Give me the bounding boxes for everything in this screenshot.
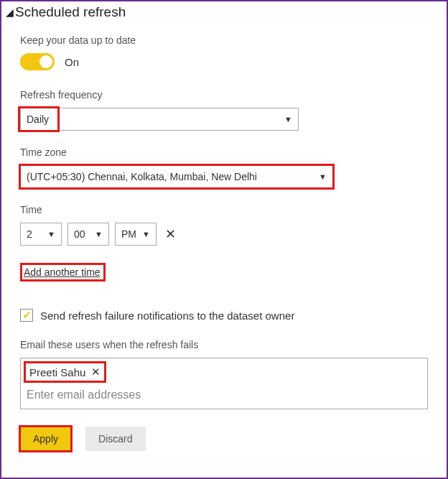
refresh-frequency-label: Refresh frequency	[20, 89, 428, 101]
chevron-down-icon: ▼	[142, 230, 150, 238]
refresh-frequency-value: Daily	[27, 113, 49, 125]
time-ampm-value: PM	[121, 228, 136, 240]
chevron-down-icon: ▼	[47, 230, 55, 238]
toggle-knob-icon	[39, 55, 52, 68]
email-users-box[interactable]: Preeti Sahu ✕ Enter email addresses	[20, 358, 428, 409]
time-label: Time	[20, 204, 428, 215]
remove-chip-icon[interactable]: ✕	[91, 366, 101, 378]
keep-data-toggle[interactable]	[20, 53, 55, 70]
discard-button[interactable]: Discard	[85, 427, 145, 451]
chevron-down-icon: ▼	[319, 172, 327, 181]
email-input[interactable]: Enter email addresses	[21, 384, 427, 409]
email-chip-text: Preeti Sahu	[29, 366, 85, 378]
add-another-time-link[interactable]: Add another time	[24, 266, 101, 278]
time-minute-select[interactable]: 00 ▼	[67, 223, 109, 246]
section-title: Scheduled refresh	[15, 4, 126, 20]
time-zone-label: Time zone	[20, 147, 428, 158]
check-icon: ✓	[22, 310, 32, 321]
apply-button[interactable]: Apply	[20, 427, 71, 451]
keep-data-label: Keep your data up to date	[20, 34, 428, 46]
time-hour-select[interactable]: 2 ▼	[20, 223, 62, 246]
refresh-frequency-select[interactable]: Daily ▼	[20, 108, 299, 131]
time-minute-value: 00	[74, 228, 85, 240]
chevron-down-icon: ▼	[95, 230, 103, 238]
notify-owner-label: Send refresh failure notifications to th…	[40, 310, 294, 322]
scheduled-refresh-panel: ◢ Scheduled refresh Keep your data up to…	[0, 0, 448, 479]
time-zone-select[interactable]: (UTC+05:30) Chennai, Kolkata, Mumbai, Ne…	[20, 165, 333, 188]
chevron-down-icon: ▼	[284, 115, 292, 124]
remove-time-icon[interactable]: ✕	[165, 226, 176, 242]
email-users-label: Email these users when the refresh fails	[20, 339, 428, 350]
section-header[interactable]: ◢ Scheduled refresh	[1, 1, 447, 20]
collapse-caret-icon: ◢	[6, 6, 14, 18]
time-zone-value: (UTC+05:30) Chennai, Kolkata, Mumbai, Ne…	[27, 171, 257, 182]
time-hour-value: 2	[27, 228, 32, 240]
email-chip: Preeti Sahu ✕	[25, 363, 105, 381]
time-ampm-select[interactable]: PM ▼	[115, 223, 157, 246]
toggle-state-label: On	[65, 56, 79, 68]
notify-owner-checkbox[interactable]: ✓	[20, 309, 33, 322]
